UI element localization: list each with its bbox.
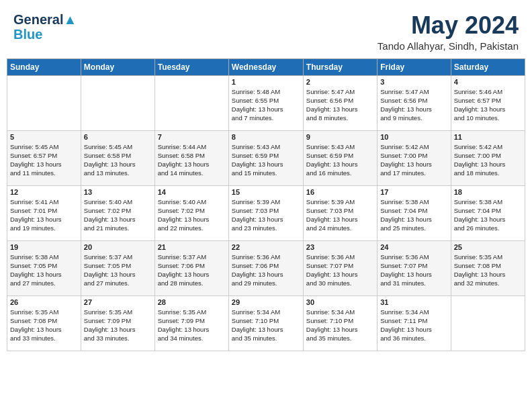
day-info: Sunrise: 5:47 AMSunset: 6:56 PMDaylight:… [380,87,447,123]
logo-blue: Blue [13,27,77,42]
day-number: 6 [84,133,152,141]
day-number: 8 [232,133,300,141]
weekday-header: Friday [378,58,451,75]
day-number: 11 [454,133,522,141]
day-number: 22 [232,243,300,251]
weekday-header: Tuesday [154,58,228,75]
day-info: Sunrise: 5:40 AMSunset: 7:02 PMDaylight:… [158,197,226,233]
day-number: 19 [10,243,78,251]
calendar-cell: 7Sunrise: 5:44 AMSunset: 6:58 PMDaylight… [154,130,228,185]
location-title: Tando Allahyar, Sindh, Pakistan [378,40,519,52]
calendar-cell: 28Sunrise: 5:35 AMSunset: 7:09 PMDayligh… [154,295,228,351]
weekday-header: Thursday [303,58,377,75]
calendar-cell: 11Sunrise: 5:42 AMSunset: 7:00 PMDayligh… [451,130,525,185]
day-number: 23 [306,243,374,251]
day-number: 12 [10,188,78,196]
logo: General▲ Blue [13,12,77,42]
day-number: 13 [84,188,152,196]
day-info: Sunrise: 5:42 AMSunset: 7:00 PMDaylight:… [454,142,522,178]
day-info: Sunrise: 5:38 AMSunset: 7:04 PMDaylight:… [454,197,522,233]
weekday-header: Saturday [451,58,525,75]
calendar-cell: 13Sunrise: 5:40 AMSunset: 7:02 PMDayligh… [81,185,154,240]
calendar-cell: 17Sunrise: 5:38 AMSunset: 7:04 PMDayligh… [378,185,451,240]
calendar-cell: 18Sunrise: 5:38 AMSunset: 7:04 PMDayligh… [451,185,525,240]
day-info: Sunrise: 5:39 AMSunset: 7:03 PMDaylight:… [306,197,374,233]
day-info: Sunrise: 5:36 AMSunset: 7:07 PMDaylight:… [380,253,447,288]
day-info: Sunrise: 5:43 AMSunset: 6:59 PMDaylight:… [232,142,300,178]
day-info: Sunrise: 5:45 AMSunset: 6:58 PMDaylight:… [84,142,152,178]
day-info: Sunrise: 5:35 AMSunset: 7:09 PMDaylight:… [158,308,226,343]
title-block: May 2024 Tando Allahyar, Sindh, Pakistan [378,12,519,52]
calendar-cell: 10Sunrise: 5:42 AMSunset: 7:00 PMDayligh… [378,130,451,185]
day-number: 20 [84,243,152,251]
logo-text: General▲ [13,12,77,27]
day-info: Sunrise: 5:40 AMSunset: 7:02 PMDaylight:… [84,197,152,233]
day-info: Sunrise: 5:45 AMSunset: 6:57 PMDaylight:… [10,142,78,178]
day-info: Sunrise: 5:38 AMSunset: 7:04 PMDaylight:… [380,197,447,233]
calendar-cell: 15Sunrise: 5:39 AMSunset: 7:03 PMDayligh… [228,185,303,240]
calendar-cell: 27Sunrise: 5:35 AMSunset: 7:09 PMDayligh… [81,295,154,351]
day-info: Sunrise: 5:44 AMSunset: 6:58 PMDaylight:… [158,142,226,178]
day-info: Sunrise: 5:47 AMSunset: 6:56 PMDaylight:… [306,87,374,123]
calendar-cell: 4Sunrise: 5:46 AMSunset: 6:57 PMDaylight… [451,75,525,130]
day-number: 31 [380,298,447,306]
day-info: Sunrise: 5:34 AMSunset: 7:11 PMDaylight:… [380,308,447,343]
day-number: 2 [306,78,374,86]
calendar-cell: 5Sunrise: 5:45 AMSunset: 6:57 PMDaylight… [7,130,81,185]
calendar-cell: 26Sunrise: 5:35 AMSunset: 7:08 PMDayligh… [7,295,81,351]
calendar-cell: 16Sunrise: 5:39 AMSunset: 7:03 PMDayligh… [303,185,377,240]
calendar-cell [81,75,154,130]
calendar-cell: 1Sunrise: 5:48 AMSunset: 6:55 PMDaylight… [228,75,303,130]
day-number: 14 [158,188,226,196]
day-number: 7 [158,133,226,141]
calendar-cell: 21Sunrise: 5:37 AMSunset: 7:06 PMDayligh… [154,240,228,295]
day-number: 4 [454,78,522,86]
day-info: Sunrise: 5:35 AMSunset: 7:08 PMDaylight:… [454,253,522,288]
calendar-cell: 14Sunrise: 5:40 AMSunset: 7:02 PMDayligh… [154,185,228,240]
day-info: Sunrise: 5:43 AMSunset: 6:59 PMDaylight:… [306,142,374,178]
calendar-cell: 19Sunrise: 5:38 AMSunset: 7:05 PMDayligh… [7,240,81,295]
day-info: Sunrise: 5:48 AMSunset: 6:55 PMDaylight:… [232,87,300,123]
calendar-cell: 25Sunrise: 5:35 AMSunset: 7:08 PMDayligh… [451,240,525,295]
calendar-cell: 23Sunrise: 5:36 AMSunset: 7:07 PMDayligh… [303,240,377,295]
page-header: General▲ Blue May 2024 Tando Allahyar, S… [7,7,525,56]
calendar-cell: 30Sunrise: 5:34 AMSunset: 7:10 PMDayligh… [303,295,377,351]
weekday-header: Sunday [7,58,81,75]
day-info: Sunrise: 5:35 AMSunset: 7:08 PMDaylight:… [10,308,78,343]
calendar-cell: 24Sunrise: 5:36 AMSunset: 7:07 PMDayligh… [378,240,451,295]
day-number: 5 [10,133,78,141]
day-number: 27 [84,298,152,306]
calendar-cell: 29Sunrise: 5:34 AMSunset: 7:10 PMDayligh… [228,295,303,351]
day-number: 18 [454,188,522,196]
day-info: Sunrise: 5:34 AMSunset: 7:10 PMDaylight:… [306,308,374,343]
calendar-cell: 22Sunrise: 5:36 AMSunset: 7:06 PMDayligh… [228,240,303,295]
day-number: 24 [380,243,447,251]
calendar-cell: 8Sunrise: 5:43 AMSunset: 6:59 PMDaylight… [228,130,303,185]
day-info: Sunrise: 5:38 AMSunset: 7:05 PMDaylight:… [10,253,78,288]
day-number: 10 [380,133,447,141]
calendar-cell: 3Sunrise: 5:47 AMSunset: 6:56 PMDaylight… [378,75,451,130]
calendar-cell: 2Sunrise: 5:47 AMSunset: 6:56 PMDaylight… [303,75,377,130]
calendar-cell: 12Sunrise: 5:41 AMSunset: 7:01 PMDayligh… [7,185,81,240]
calendar-cell: 20Sunrise: 5:37 AMSunset: 7:05 PMDayligh… [81,240,154,295]
calendar-cell: 6Sunrise: 5:45 AMSunset: 6:58 PMDaylight… [81,130,154,185]
day-info: Sunrise: 5:37 AMSunset: 7:06 PMDaylight:… [158,253,226,288]
day-number: 29 [232,298,300,306]
day-number: 9 [306,133,374,141]
day-number: 16 [306,188,374,196]
day-number: 3 [380,78,447,86]
day-info: Sunrise: 5:37 AMSunset: 7:05 PMDaylight:… [84,253,152,288]
calendar-cell [451,295,525,351]
day-number: 1 [232,78,300,86]
day-number: 25 [454,243,522,251]
day-number: 21 [158,243,226,251]
day-number: 26 [10,298,78,306]
weekday-header: Wednesday [228,58,303,75]
calendar-table: SundayMondayTuesdayWednesdayThursdayFrid… [7,58,525,351]
day-number: 30 [306,298,374,306]
day-info: Sunrise: 5:41 AMSunset: 7:01 PMDaylight:… [10,197,78,233]
day-info: Sunrise: 5:36 AMSunset: 7:07 PMDaylight:… [306,253,374,288]
day-number: 15 [232,188,300,196]
month-title: May 2024 [378,12,519,39]
calendar-cell: 31Sunrise: 5:34 AMSunset: 7:11 PMDayligh… [378,295,451,351]
